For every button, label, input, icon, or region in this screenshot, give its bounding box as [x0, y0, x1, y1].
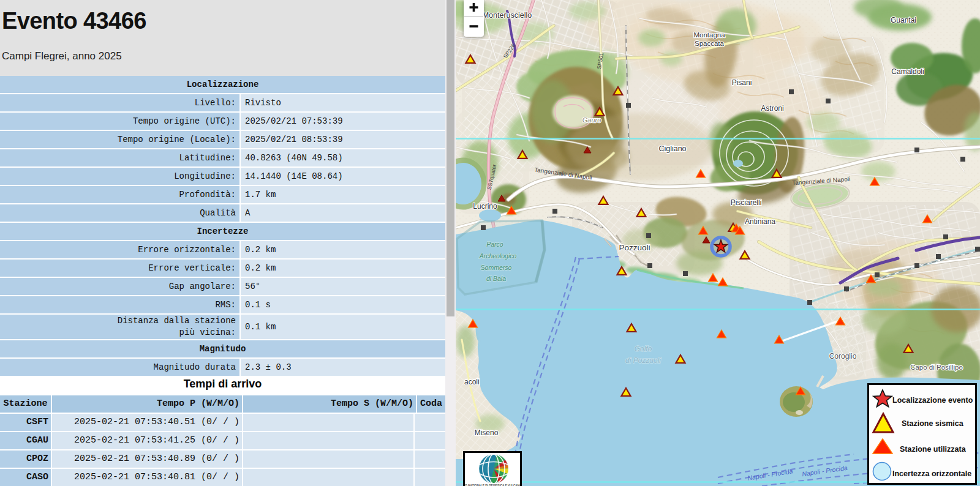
svg-text:Parco: Parco	[486, 241, 503, 248]
svg-text:Archeologico: Archeologico	[479, 252, 517, 260]
svg-text:di Baia: di Baia	[486, 275, 506, 282]
svg-text:Guantai: Guantai	[891, 16, 916, 24]
svg-text:Montagna: Montagna	[693, 31, 725, 39]
svg-text:Gauro: Gauro	[582, 116, 601, 124]
svg-text:Coroglio: Coroglio	[829, 352, 857, 361]
svg-text:Antiniana: Antiniana	[745, 217, 775, 226]
svg-text:Pisani: Pisani	[732, 78, 752, 87]
svg-text:acoli: acoli	[464, 378, 480, 386]
svg-text:Pisciarelli: Pisciarelli	[731, 198, 762, 207]
svg-text:Sommerso: Sommerso	[481, 264, 512, 271]
svg-text:Camaldoli: Camaldoli	[891, 67, 924, 76]
svg-text:Capo di Posillipo: Capo di Posillipo	[910, 364, 963, 371]
svg-text:Cigliano: Cigliano	[658, 144, 686, 153]
svg-text:di Pozzuoli: di Pozzuoli	[625, 356, 661, 365]
svg-text:Lucrino: Lucrino	[473, 202, 497, 211]
svg-text:Astroni: Astroni	[761, 104, 783, 113]
svg-text:Monterusciello: Monterusciello	[483, 11, 532, 20]
svg-text:Miseno: Miseno	[475, 428, 499, 437]
svg-text:Golfo: Golfo	[635, 345, 652, 353]
svg-text:Pozzuoli: Pozzuoli	[619, 243, 650, 252]
svg-text:Spaccata: Spaccata	[695, 40, 725, 47]
